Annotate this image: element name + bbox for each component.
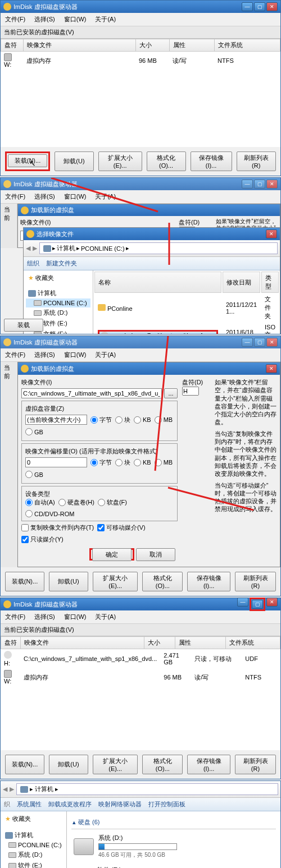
col-size[interactable]: 大小: [144, 637, 175, 649]
dev-auto[interactable]: 自动(A): [25, 498, 55, 507]
browse-button[interactable]: ...: [164, 388, 178, 398]
drive-card[interactable]: 软件 (E:)167 GB 可用，共 168 GB: [71, 864, 156, 868]
tb-mapdrive[interactable]: 映射网络驱动器: [98, 800, 142, 809]
dev-cdrom[interactable]: CD/DVD-ROM: [25, 510, 75, 517]
file-list[interactable]: 名称修改日期类型 PConline2011/12/21 1...文件夹 cn_w…: [93, 270, 280, 334]
refresh-button[interactable]: 刷新列表(R): [237, 151, 277, 171]
dev-hdd[interactable]: 硬盘卷(H): [58, 498, 94, 507]
format-button[interactable]: 格式化(O)...: [142, 572, 183, 591]
mount-button[interactable]: 装载(N)...: [8, 154, 47, 167]
nav-tree[interactable]: ★收藏夹 计算机 PCONLINE (C:) 系统 (D:) 软件 (E:) 文…: [1, 811, 67, 868]
menu-window[interactable]: 窗口(W): [62, 350, 89, 360]
breadcrumb[interactable]: ▸ 计算机 ▸ PCONLINE (C:) ▸: [39, 242, 278, 254]
forward-button[interactable]: ▶: [10, 786, 14, 793]
new-folder-button[interactable]: 新建文件夹: [46, 259, 77, 268]
crumb[interactable]: PCONLINE (C:): [81, 245, 125, 252]
col-attr[interactable]: 属性: [170, 39, 215, 52]
tb-uninstall[interactable]: 卸载或更改程序: [48, 800, 92, 809]
menu-about[interactable]: 关于(A): [93, 191, 118, 202]
col-fs[interactable]: 文件系统: [215, 39, 280, 52]
menu-file[interactable]: 文件(F): [3, 350, 28, 360]
col-size[interactable]: 大小: [136, 39, 170, 52]
unit-gb[interactable]: GB: [25, 471, 43, 478]
organize-button[interactable]: 组织: [27, 259, 39, 268]
unit-block[interactable]: 块: [115, 458, 130, 467]
close-button[interactable]: ✕: [266, 2, 278, 11]
titlebar[interactable]: ImDisk 虚拟磁盘驱动器 — ▢ ✕: [1, 598, 280, 610]
table-row[interactable]: W: 虚拟内存 96 MB 读/写 NTFS: [1, 668, 280, 686]
extend-button[interactable]: 扩展大小(E)...: [98, 151, 142, 171]
refresh-button[interactable]: 刷新列表(R): [235, 755, 276, 774]
drive-input[interactable]: [182, 387, 199, 396]
minimize-button[interactable]: —: [242, 180, 253, 189]
tree-computer[interactable]: 计算机: [26, 288, 90, 298]
save-button[interactable]: 保存镜像(I)...: [187, 572, 230, 591]
dialog-titlebar[interactable]: 加载新的虚拟盘: [18, 204, 280, 216]
tree-drive[interactable]: PCONLINE (C:): [3, 841, 64, 849]
crumb[interactable]: 计算机: [35, 785, 53, 793]
close-button[interactable]: ✕: [266, 180, 278, 189]
maximize-button[interactable]: ▢: [254, 180, 265, 189]
menu-select[interactable]: 选择(S): [32, 612, 57, 622]
col-file[interactable]: 映像文件: [24, 39, 136, 52]
format-button[interactable]: 格式化(O)...: [142, 755, 183, 774]
removable[interactable]: 可移动媒介(V): [97, 523, 146, 532]
file-row[interactable]: cn_windows_7_ultimate_with_sp1_x...2011/…: [94, 323, 279, 334]
unit-block[interactable]: 块: [115, 416, 130, 424]
maximize-button[interactable]: ▢: [254, 338, 265, 347]
save-button[interactable]: 保存镜像(I)...: [191, 151, 232, 171]
unmount-button[interactable]: 卸载(U): [49, 572, 88, 591]
copy-to-mem[interactable]: 复制映像文件到内存(T): [21, 523, 94, 532]
unit-mb[interactable]: MB: [155, 459, 173, 466]
tree-favorites[interactable]: ★收藏夹: [3, 814, 64, 824]
col-drive[interactable]: 盘符: [1, 39, 24, 52]
col-type[interactable]: 类型: [261, 272, 279, 293]
mount-button[interactable]: 装载(N)...: [5, 755, 44, 774]
table-body[interactable]: H: C:\cn_windows_7_ultimate_with_sp1_x86…: [1, 649, 280, 750]
save-button[interactable]: 保存镜像(I)...: [187, 755, 230, 774]
mount-button[interactable]: 装载(N)...: [5, 572, 44, 591]
col-file[interactable]: 映像文件: [21, 637, 144, 649]
menu-file[interactable]: 文件(F): [3, 14, 28, 25]
unmount-button[interactable]: 卸载(U): [49, 755, 88, 774]
table-row[interactable]: H: C:\cn_windows_7_ultimate_with_sp1_x86…: [1, 649, 280, 668]
ok-button[interactable]: 确定: [92, 548, 132, 561]
unit-kb[interactable]: KB: [134, 416, 151, 424]
dialog-titlebar[interactable]: 加载新的虚拟盘 ✕: [18, 362, 280, 375]
tb-ctrlpanel[interactable]: 打开控制面板: [148, 800, 185, 809]
menu-window[interactable]: 窗口(W): [62, 14, 89, 25]
unit-mb[interactable]: MB: [155, 416, 173, 424]
breadcrumb[interactable]: ▸ 计算机 ▸: [16, 783, 278, 795]
category-hdd[interactable]: ▴ 硬盘 (6): [71, 816, 276, 829]
menu-select[interactable]: 选择(S): [32, 14, 57, 25]
titlebar[interactable]: ImDisk 虚拟磁盘驱动器 —▢✕: [1, 178, 280, 190]
tree-favorites[interactable]: ★收藏夹: [26, 273, 90, 283]
picker-titlebar[interactable]: 选择映像文件 ✕: [24, 228, 280, 240]
dev-floppy[interactable]: 软盘(F): [98, 498, 127, 507]
menu-about[interactable]: 关于(A): [93, 14, 118, 25]
unit-byte[interactable]: 字节: [90, 416, 112, 424]
table-body[interactable]: W: 虚拟内存 96 MB 读/写 NTFS: [1, 52, 280, 147]
close-button[interactable]: ✕: [266, 338, 278, 347]
maximize-button[interactable]: ▢: [254, 2, 265, 11]
minimize-button[interactable]: —: [237, 598, 248, 607]
maximize-button[interactable]: ▢: [252, 600, 263, 609]
tree-drive[interactable]: 系统 (D:): [26, 307, 90, 318]
col-attr[interactable]: 属性: [175, 637, 226, 649]
menu-select[interactable]: 选择(S): [32, 350, 57, 360]
col-drive[interactable]: 盘符: [1, 637, 21, 649]
tb-org[interactable]: 织: [4, 800, 10, 809]
readonly[interactable]: 只读媒介(Y): [21, 535, 64, 544]
close-button[interactable]: ✕: [266, 364, 277, 373]
tree-computer[interactable]: 计算机: [3, 830, 64, 841]
menu-about[interactable]: 关于(A): [93, 350, 118, 360]
col-name[interactable]: 名称: [94, 272, 221, 293]
unit-kb[interactable]: KB: [134, 459, 151, 466]
titlebar[interactable]: ImDisk 虚拟磁盘驱动器 — ▢ ✕: [1, 1, 280, 13]
size-input[interactable]: [25, 415, 87, 425]
menu-about[interactable]: 关于(A): [93, 612, 118, 622]
cancel-button[interactable]: 取消: [136, 548, 175, 561]
table-row[interactable]: W: 虚拟内存 96 MB 读/写 NTFS: [1, 52, 280, 70]
col-fs[interactable]: 文件系统: [226, 637, 280, 649]
menu-file[interactable]: 文件(F): [3, 191, 28, 202]
